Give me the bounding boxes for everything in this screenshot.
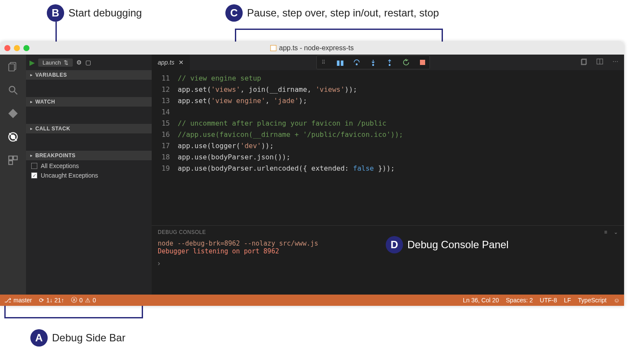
indentation-status[interactable]: Spaces: 2 [506, 297, 533, 304]
sync-icon: ⟳ [39, 297, 44, 304]
minimize-window-button[interactable] [14, 45, 20, 51]
code-line[interactable]: app.use(bodyParser.json()); [178, 152, 624, 163]
step-out-button[interactable] [385, 58, 394, 67]
warning-count: 0 [93, 297, 96, 304]
code-editor[interactable]: 111213141516171819 // view engine setupa… [152, 70, 624, 225]
start-debugging-button[interactable]: ▶ [29, 58, 35, 67]
line-number: 11 [152, 73, 170, 84]
close-window-button[interactable] [4, 45, 10, 51]
split-preview-icon[interactable] [580, 57, 589, 66]
code-line[interactable]: app.use(bodyParser.urlencoded({ extended… [178, 163, 624, 174]
breakpoints-section-header[interactable]: ▸BREAKPOINTS [26, 151, 152, 160]
checkbox-unchecked-icon[interactable] [31, 163, 37, 169]
annotation-a-bracket [4, 305, 143, 318]
callstack-section-header[interactable]: ▸CALL STACK [26, 124, 152, 133]
activity-bar [0, 55, 26, 295]
annotation-letter-c: C [225, 4, 243, 22]
eol-status[interactable]: LF [564, 297, 571, 304]
checkbox-checked-icon[interactable]: ✓ [31, 172, 37, 178]
annotation-d: D Debug Console Panel [386, 236, 509, 253]
git-branch-icon: ⎇ [4, 297, 11, 304]
split-editor-icon[interactable] [595, 57, 604, 66]
breakpoint-item[interactable]: ✓ Uncaught Exceptions [31, 171, 146, 180]
repl-input[interactable]: › [152, 256, 624, 271]
step-over-button[interactable] [352, 58, 361, 67]
git-branch-name: master [13, 297, 32, 304]
annotation-a: A Debug Side Bar [30, 329, 125, 347]
debug-icon[interactable] [7, 131, 19, 143]
code-line[interactable] [178, 107, 624, 118]
editor-top-right-icons: ··· [580, 57, 620, 66]
breakpoint-item[interactable]: All Exceptions [31, 161, 146, 171]
source-control-icon[interactable] [7, 107, 19, 120]
debug-console-toggle-icon[interactable]: ▢ [85, 59, 91, 66]
tab-label: app.ts [158, 59, 174, 66]
status-bar: ⎇ master ⟳ 1↓ 21↑ ⓧ 0 ⚠ 0 Ln 36, Col 20 … [0, 295, 624, 306]
code-lines[interactable]: // view engine setupapp.set('views', joi… [178, 73, 624, 225]
cursor-position[interactable]: Ln 36, Col 20 [463, 297, 499, 304]
svg-rect-7 [9, 156, 13, 160]
code-line[interactable]: // view engine setup [178, 73, 624, 84]
svg-point-2 [9, 86, 15, 92]
encoding-status[interactable]: UTF-8 [540, 297, 557, 304]
line-number: 19 [152, 163, 170, 174]
close-icon[interactable]: ✕ [179, 59, 184, 66]
traffic-lights [4, 45, 29, 51]
svg-point-10 [356, 64, 358, 65]
breakpoint-label: All Exceptions [41, 162, 79, 169]
feedback-icon[interactable]: ☺ [614, 297, 620, 304]
step-into-button[interactable] [369, 58, 377, 67]
clear-console-icon[interactable]: ≡ [604, 229, 608, 235]
collapse-panel-icon[interactable]: ⌄ [614, 229, 618, 235]
language-mode[interactable]: TypeScript [578, 297, 607, 304]
debug-controls: ⠿ ▮▮ [316, 55, 430, 69]
vscode-body: ▶ Launch ⇅ ⚙ ▢ ▸VARIABLES ▸WATCH ▸CALL S… [0, 55, 624, 295]
svg-rect-9 [9, 161, 13, 165]
pause-button[interactable]: ▮▮ [336, 58, 345, 67]
svg-point-14 [389, 65, 390, 66]
line-number: 18 [152, 152, 170, 163]
svg-rect-8 [13, 156, 17, 160]
error-icon: ⓧ [71, 296, 77, 304]
git-branch-status[interactable]: ⎇ master [4, 297, 32, 304]
stop-button[interactable] [418, 58, 427, 67]
error-count: 0 [79, 297, 83, 304]
ts-file-icon [270, 45, 276, 51]
annotation-text-d: Debug Console Panel [407, 239, 509, 251]
annotation-text-c: Pause, step over, step in/out, restart, … [247, 7, 439, 19]
status-bar-left: ⎇ master ⟳ 1↓ 21↑ ⓧ 0 ⚠ 0 [4, 296, 96, 304]
annotation-c: C Pause, step over, step in/out, restart… [225, 4, 439, 22]
variables-section-header[interactable]: ▸VARIABLES [26, 70, 152, 80]
errors-status[interactable]: ⓧ 0 ⚠ 0 [71, 296, 96, 304]
grip-icon[interactable]: ⠿ [319, 58, 328, 67]
chevron-down-icon: ▸ [30, 153, 33, 158]
status-bar-right: Ln 36, Col 20 Spaces: 2 UTF-8 LF TypeScr… [463, 297, 620, 304]
svg-point-6 [11, 135, 15, 139]
window-title: app.ts - node-express-ts [270, 44, 354, 52]
annotation-text-a: Debug Side Bar [52, 332, 125, 344]
editor-area: app.ts ✕ ⠿ ▮▮ ··· [152, 55, 624, 295]
search-icon[interactable] [7, 84, 19, 96]
annotation-b: B Start debugging [47, 4, 142, 22]
maximize-window-button[interactable] [23, 45, 29, 51]
variables-section [26, 80, 152, 97]
code-line[interactable]: // uncomment after placing your favicon … [178, 118, 624, 129]
breakpoints-list: All Exceptions ✓ Uncaught Exceptions [26, 160, 152, 181]
git-sync-status[interactable]: ⟳ 1↓ 21↑ [39, 297, 64, 304]
line-number: 17 [152, 140, 170, 152]
extensions-icon[interactable] [7, 154, 19, 166]
code-line[interactable]: //app.use(favicon(__dirname + '/public/f… [178, 129, 624, 140]
restart-button[interactable] [402, 58, 410, 67]
gear-icon[interactable]: ⚙ [76, 59, 82, 66]
code-line[interactable]: app.use(logger('dev')); [178, 140, 624, 152]
line-number: 14 [152, 107, 170, 118]
code-line[interactable]: app.set('view engine', 'jade'); [178, 95, 624, 107]
annotation-text-b: Start debugging [68, 7, 142, 19]
editor-tab[interactable]: app.ts ✕ [152, 55, 190, 70]
code-line[interactable]: app.set('views', join(__dirname, 'views'… [178, 84, 624, 95]
watch-section-header[interactable]: ▸WATCH [26, 97, 152, 107]
watch-section [26, 107, 152, 124]
debug-config-select[interactable]: Launch ⇅ [38, 58, 73, 67]
explorer-icon[interactable] [7, 61, 19, 73]
more-icon[interactable]: ··· [611, 57, 620, 66]
